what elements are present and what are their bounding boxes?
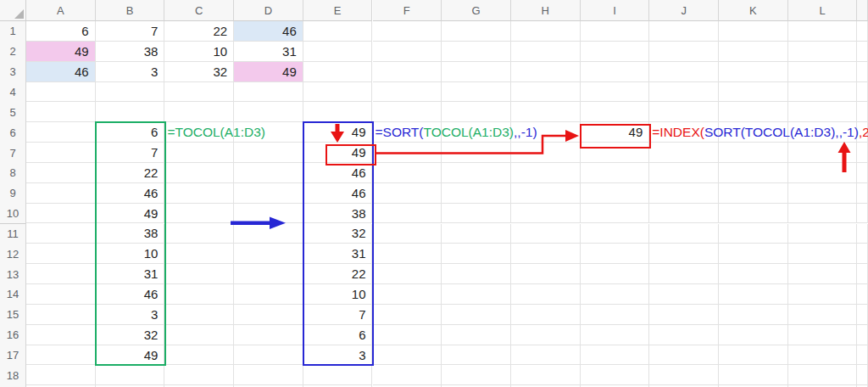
cell-D15[interactable] [234,305,303,325]
cell-H12[interactable] [511,244,581,264]
cell-G11[interactable] [442,224,511,244]
cell-L5[interactable] [788,102,858,122]
cell-D4[interactable] [234,82,303,103]
cell-K14[interactable] [719,284,788,305]
cell-D5[interactable] [234,102,303,122]
cell-A1[interactable]: 6 [26,21,96,42]
cell-D3[interactable]: 49 [234,62,303,82]
cell-A3[interactable]: 46 [26,62,96,82]
cell-K2[interactable] [719,42,788,62]
row-header-18[interactable]: 18 [0,365,26,386]
cell-G12[interactable] [442,244,511,264]
cell-C3[interactable]: 32 [164,62,234,82]
cell-partial[interactable] [857,264,868,284]
cell-B1[interactable]: 7 [96,21,165,42]
cell-J4[interactable] [649,82,719,103]
cell-F1[interactable] [373,21,442,42]
cell-C2[interactable]: 10 [164,42,234,62]
column-header-partial[interactable] [857,0,868,21]
cell-partial[interactable] [857,325,868,345]
cell-J2[interactable] [649,42,719,62]
cell-G1[interactable] [442,21,511,42]
cell-A13[interactable] [26,264,96,284]
column-header-B[interactable]: B [96,0,165,21]
cell-C15[interactable] [164,305,234,325]
box-index-result[interactable] [580,124,652,149]
cell-G9[interactable] [442,183,511,204]
column-header-J[interactable]: J [649,0,719,21]
column-header-G[interactable]: G [442,0,511,21]
formula-tocol[interactable]: =TOCOL(A1:D3) [167,122,265,143]
cell-A11[interactable] [26,224,96,244]
cell-L10[interactable] [788,204,858,224]
cell-G17[interactable] [442,345,511,366]
cell-G10[interactable] [442,204,511,224]
cell-L11[interactable] [788,224,858,244]
cell-I18[interactable] [581,365,650,385]
cell-G4[interactable] [442,82,511,103]
cell-K17[interactable] [719,345,788,366]
cell-H3[interactable] [511,62,581,82]
cell-I1[interactable] [581,21,650,42]
cell-G16[interactable] [442,325,511,345]
cell-C5[interactable] [164,102,234,122]
cell-I8[interactable] [581,163,650,183]
cell-H16[interactable] [511,325,581,345]
row-header-12[interactable]: 12 [0,244,26,265]
cell-D1[interactable]: 46 [234,21,303,42]
cell-H18[interactable] [511,365,581,385]
cell-G18[interactable] [442,365,511,385]
cell-I10[interactable] [581,204,650,224]
cell-A7[interactable] [26,143,96,163]
cell-G3[interactable] [442,62,511,82]
cell-C12[interactable] [164,244,234,264]
cell-C11[interactable] [164,224,234,244]
cell-H15[interactable] [511,305,581,325]
cell-G14[interactable] [442,284,511,305]
cell-A14[interactable] [26,284,96,305]
column-header-D[interactable]: D [234,0,303,21]
cell-partial[interactable] [857,21,868,42]
cell-I12[interactable] [581,244,650,264]
cell-partial[interactable] [857,163,868,183]
cell-H7[interactable] [511,143,581,163]
cell-G2[interactable] [442,42,511,62]
cell-H4[interactable] [511,82,581,103]
cell-J15[interactable] [649,305,719,325]
cell-J11[interactable] [649,224,719,244]
cell-F5[interactable] [373,102,442,122]
cell-L18[interactable] [788,365,858,385]
cell-J10[interactable] [649,204,719,224]
cell-H13[interactable] [511,264,581,284]
cell-B4[interactable] [96,82,165,103]
cell-L3[interactable] [788,62,858,82]
cell-K10[interactable] [719,204,788,224]
cell-A18[interactable] [26,365,96,385]
cell-B18[interactable] [96,365,165,385]
cell-J16[interactable] [649,325,719,345]
row-header-11[interactable]: 11 [0,224,26,245]
cell-H9[interactable] [511,183,581,204]
cell-A16[interactable] [26,325,96,345]
cell-F9[interactable] [373,183,442,204]
cell-F15[interactable] [373,305,442,325]
cell-C10[interactable] [164,204,234,224]
cell-I2[interactable] [581,42,650,62]
cell-partial[interactable] [857,284,868,305]
cell-E1[interactable] [303,21,373,42]
cell-G8[interactable] [442,163,511,183]
cell-J1[interactable] [649,21,719,42]
row-header-4[interactable]: 4 [0,82,26,104]
cell-G15[interactable] [442,305,511,325]
cell-L2[interactable] [788,42,858,62]
cell-A5[interactable] [26,102,96,122]
cell-K15[interactable] [719,305,788,325]
cell-D14[interactable] [234,284,303,305]
row-header-16[interactable]: 16 [0,325,26,346]
cell-A6[interactable] [26,122,96,143]
cell-C9[interactable] [164,183,234,204]
cell-J13[interactable] [649,264,719,284]
cell-partial[interactable] [857,305,868,325]
cell-I16[interactable] [581,325,650,345]
row-header-2[interactable]: 2 [0,42,26,63]
